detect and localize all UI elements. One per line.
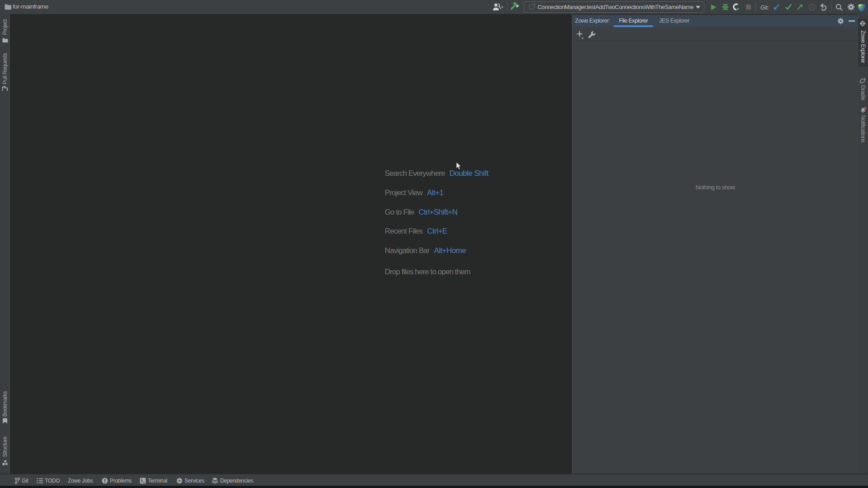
svg-text:Z: Z <box>861 21 863 26</box>
